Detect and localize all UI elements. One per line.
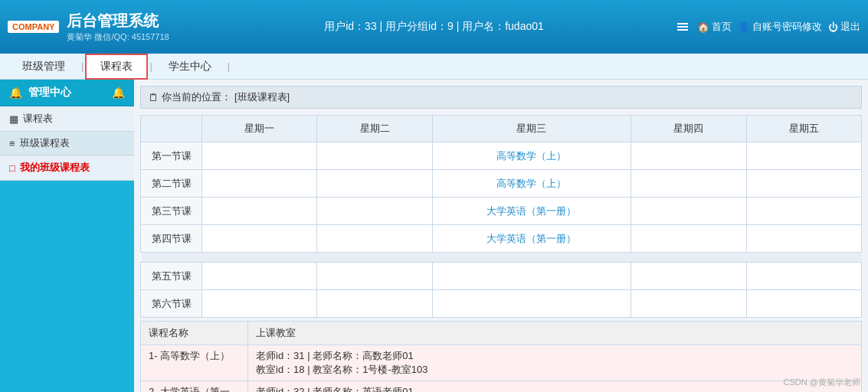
- schedule-header-empty: [141, 116, 202, 142]
- period-5-wed: [432, 263, 631, 290]
- period-6-label: 第六节课: [141, 290, 202, 318]
- header-user-info: 用户id：33 | 用户分组id：9 | 用户名：fudao01: [324, 20, 544, 34]
- tab-student-center[interactable]: 学生中心: [154, 54, 226, 79]
- period-2-fri: [746, 170, 861, 198]
- period-6-tue: [317, 290, 432, 318]
- period-6-mon: [202, 290, 317, 318]
- period-1-fri: [746, 142, 861, 170]
- period-3-label: 第三节课: [141, 198, 202, 225]
- account-button[interactable]: 👤 自账号密码修改: [738, 20, 822, 34]
- home-button[interactable]: 🏠 首页: [697, 20, 732, 34]
- grid-icon: ▦: [9, 113, 18, 125]
- table-row: 第三节课 大学英语（第一册）: [141, 198, 862, 225]
- table-row: 第一节课 高等数学（上）: [141, 142, 862, 170]
- sidebar-item-my-class-schedule[interactable]: □ 我的班级课程表: [0, 155, 134, 181]
- period-1-tue: [317, 142, 432, 170]
- period-4-thu: [631, 225, 746, 253]
- sidebar: 🔔 管理中心 🔔 ▦ 课程表 ≡ 班级课程表 □ 我的班级课程表: [0, 80, 134, 392]
- period-1-thu: [631, 142, 746, 170]
- period-3-fri: [746, 198, 861, 225]
- logout-icon: ⏻: [828, 21, 838, 33]
- nav-sep-2: |: [149, 60, 152, 72]
- list-icon: ≡: [9, 138, 15, 149]
- nav-tabs: 班级管理 | 课程表 | 学生中心 |: [0, 54, 868, 80]
- nav-sep-1: |: [81, 60, 84, 72]
- period-2-wed: 高等数学（上）: [432, 170, 631, 198]
- period-3-thu: [631, 198, 746, 225]
- period-6-fri: [746, 290, 861, 318]
- box-icon: □: [9, 162, 15, 174]
- sidebar-header-label: 管理中心: [28, 86, 71, 100]
- course-detail-table: 课程名称 上课教室 1- 高等数学（上） 老师id：31 | 老师名称：高数老师…: [140, 321, 862, 392]
- schedule-header-fri: 星期五: [746, 116, 861, 142]
- period-5-thu: [631, 263, 746, 290]
- watermark: CSDN @黄菊华老师: [784, 377, 860, 388]
- detail-col-classroom: 上课教室: [248, 322, 862, 345]
- account-icon: 👤: [738, 21, 750, 33]
- table-row: 第五节课: [141, 263, 862, 290]
- detail-row-1: 1- 高等数学（上） 老师id：31 | 老师名称：高数老师01 教室id：18…: [141, 345, 862, 381]
- separator-cell: [141, 253, 862, 263]
- period-5-tue: [317, 263, 432, 290]
- separator-row: [141, 253, 862, 263]
- nav-sep-3: |: [228, 60, 230, 72]
- breadcrumb-icon: 🗒: [149, 92, 159, 103]
- detail-course-2-info: 老师id：32 | 老师名称：英语老师01 教室id：17 | 教室名称：1号楼…: [248, 381, 862, 393]
- sidebar-class-schedule-label: 班级课程表: [20, 136, 70, 150]
- period-5-fri: [746, 263, 861, 290]
- period-2-label: 第二节课: [141, 170, 202, 198]
- schedule-header-thu: 星期四: [631, 116, 746, 142]
- period-3-tue: [317, 198, 432, 225]
- period-4-fri: [746, 225, 861, 253]
- period-3-wed: 大学英语（第一册）: [432, 198, 631, 225]
- tab-schedule[interactable]: 课程表: [85, 54, 148, 80]
- detail-col-course: 课程名称: [141, 322, 248, 345]
- period-3-mon: [202, 198, 317, 225]
- period-6-wed: [432, 290, 631, 318]
- period-4-label: 第四节课: [141, 225, 202, 253]
- period-1-mon: [202, 142, 317, 170]
- schedule-header-tue: 星期二: [317, 116, 432, 142]
- breadcrumb: 🗒 你当前的位置： [班级课程表]: [140, 86, 862, 109]
- schedule-table: 星期一 星期二 星期三 星期四 星期五 第一节课 高等数学（上） 第二节: [140, 115, 862, 318]
- period-2-tue: [317, 170, 432, 198]
- tab-class-management[interactable]: 班级管理: [8, 54, 80, 79]
- system-sub-title: 黄菊华 微信/QQ: 45157718: [67, 31, 169, 43]
- schedule-header-wed: 星期三: [432, 116, 631, 142]
- main-layout: 🔔 管理中心 🔔 ▦ 课程表 ≡ 班级课程表 □ 我的班级课程表 🗒 你当前的位…: [0, 80, 868, 392]
- sidebar-item-schedule-label: 课程表: [23, 112, 53, 126]
- table-row: 第二节课 高等数学（上）: [141, 170, 862, 198]
- header: COMPANY 后台管理系统 黄菊华 微信/QQ: 45157718 用户id：…: [0, 0, 868, 54]
- bell-icon-right: 🔔: [112, 87, 125, 99]
- period-1-label: 第一节课: [141, 142, 202, 170]
- period-2-mon: [202, 170, 317, 198]
- detail-course-2-name: 2- 大学英语（第一册）: [141, 381, 248, 393]
- sidebar-header: 🔔 管理中心 🔔: [0, 80, 134, 106]
- period-5-mon: [202, 263, 317, 290]
- period-4-mon: [202, 225, 317, 253]
- logo-area: COMPANY 后台管理系统 黄菊华 微信/QQ: 45157718: [8, 11, 169, 43]
- system-main-title: 后台管理系统: [67, 11, 169, 31]
- period-2-thu: [631, 170, 746, 198]
- detail-course-1-name: 1- 高等数学（上）: [141, 345, 248, 381]
- header-right: 🏠 首页 👤 自账号密码修改 ⏻ 退出: [677, 20, 860, 34]
- logout-button[interactable]: ⏻ 退出: [828, 20, 860, 34]
- company-logo: COMPANY: [8, 21, 59, 33]
- system-title-area: 后台管理系统 黄菊华 微信/QQ: 45157718: [67, 11, 169, 43]
- schedule-header-mon: 星期一: [202, 116, 317, 142]
- period-6-thu: [631, 290, 746, 318]
- period-1-wed: 高等数学（上）: [432, 142, 631, 170]
- table-row: 第四节课 大学英语（第一册）: [141, 225, 862, 253]
- sidebar-item-schedule[interactable]: ▦ 课程表: [0, 106, 134, 132]
- period-5-label: 第五节课: [141, 263, 202, 290]
- detail-course-1-info: 老师id：31 | 老师名称：高数老师01 教室id：18 | 教室名称：1号楼…: [248, 345, 862, 381]
- breadcrumb-location: [班级课程表]: [234, 90, 290, 104]
- sidebar-section-class-schedule: ≡ 班级课程表: [0, 132, 134, 155]
- company-logo-text: COMPANY: [8, 21, 59, 33]
- sidebar-section-schedule: ▦ 课程表 ≡ 班级课程表 □ 我的班级课程表: [0, 106, 134, 181]
- period-4-tue: [317, 225, 432, 253]
- bell-icon: 🔔: [9, 87, 22, 99]
- table-row: 第六节课: [141, 290, 862, 318]
- sidebar-my-class-label: 我的班级课程表: [20, 161, 90, 175]
- breadcrumb-prefix: 你当前的位置：: [162, 90, 231, 104]
